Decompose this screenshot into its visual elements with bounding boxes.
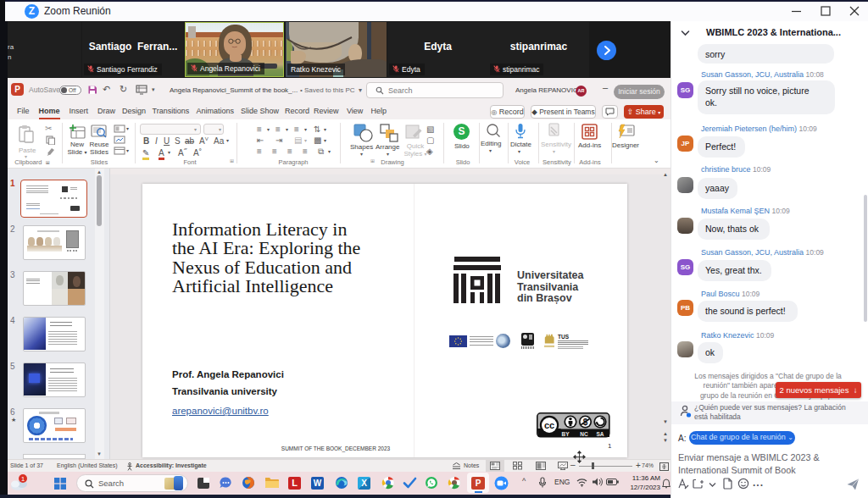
svg-text:1: 1 xyxy=(21,475,25,483)
svg-text:cc: cc xyxy=(544,420,554,430)
svg-text:BY: BY xyxy=(561,431,570,437)
svg-text:NC: NC xyxy=(580,431,588,437)
svg-text:SA: SA xyxy=(596,431,604,437)
